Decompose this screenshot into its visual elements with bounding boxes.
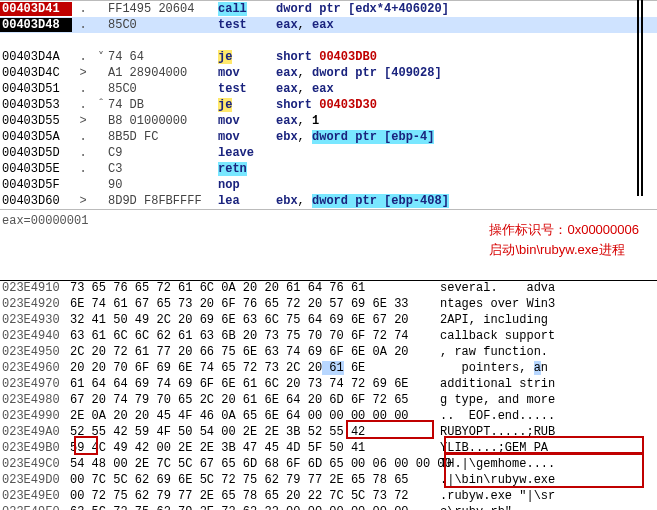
hex-ascii: c\ruby.rb"...... [440, 505, 640, 510]
jump-arrow [94, 2, 108, 16]
disasm-row[interactable]: 00403D48. 85C0testeax, eax [0, 17, 657, 33]
jump-arrow: ˅ [94, 50, 108, 65]
operands: short 00403D30 [276, 98, 377, 112]
operands: short 00403DB0 [276, 50, 377, 64]
marker: . [72, 18, 94, 32]
hex-bytes: 20 20 70 6F 69 6E 74 65 72 73 2C 20 61 6… [70, 361, 440, 377]
hex-row[interactable]: 023E496020 20 70 6F 69 6E 74 65 72 73 2C… [0, 361, 657, 377]
annotation-text: 操作标识号：0x00000006 启动\bin\rubyw.exe进程 [489, 220, 639, 260]
mnemonic: je [218, 98, 276, 112]
operands: eax, eax [276, 18, 334, 32]
hex-row[interactable]: 023E49902E 0A 20 20 45 4F 46 0A 65 6E 64… [0, 409, 657, 425]
operands: ebx, dword ptr [ebp-4] [276, 130, 434, 144]
hex-address: 023E49A0 [0, 425, 70, 441]
disasm-row[interactable]: 00403D5A. 8B5D FCmovebx, dword ptr [ebp-… [0, 129, 657, 145]
hex-bytes: 8B5D FC [108, 130, 218, 144]
hex-row[interactable]: 023E49A052 55 42 59 4F 50 54 00 2E 2E 3B… [0, 425, 657, 441]
operands: dword ptr [edx*4+406020] [276, 2, 449, 16]
marker [72, 178, 94, 192]
mnemonic: mov [218, 130, 276, 144]
hex-bytes: 61 64 64 69 74 69 6F 6E 61 6C 20 73 74 7… [70, 377, 440, 393]
hex-address: 023E4910 [0, 281, 70, 297]
disasm-row[interactable]: 00403D60> 8D9D F8FBFFFFleaebx, dword ptr… [0, 193, 657, 209]
hex-bytes: 85C0 [108, 18, 218, 32]
jump-arrow [94, 82, 108, 96]
mnemonic: test [218, 18, 276, 32]
hex-bytes: 2E 0A 20 20 45 4F 46 0A 65 6E 64 00 00 0… [70, 409, 440, 425]
mnemonic: je [218, 50, 276, 64]
jump-arrow [94, 130, 108, 144]
jump-arrow [94, 114, 108, 128]
hex-row[interactable]: 023E497061 64 64 69 74 69 6F 6E 61 6C 20… [0, 377, 657, 393]
marker: > [72, 66, 94, 80]
operands: ebx, dword ptr [ebp-408] [276, 194, 449, 208]
mnemonic: call [218, 2, 276, 16]
mnemonic: lea [218, 194, 276, 208]
address: 00403D60 [0, 194, 72, 208]
operands: eax, eax [276, 82, 334, 96]
hex-row[interactable]: 023E494063 61 6C 6C 62 61 63 6B 20 73 75… [0, 329, 657, 345]
marker: . [72, 82, 94, 96]
jump-arrow [94, 146, 108, 160]
hex-bytes: 2C 20 72 61 77 20 66 75 6E 63 74 69 6F 6… [70, 345, 440, 361]
hex-bytes: 8D9D F8FBFFFF [108, 194, 218, 208]
disasm-row[interactable]: 00403D5D. C9leave [0, 145, 657, 161]
hex-ascii: , raw function. [440, 345, 640, 361]
jump-arrow [94, 66, 108, 80]
hex-dump-pane[interactable]: 023E491073 65 76 65 72 61 6C 0A 20 20 61… [0, 280, 657, 510]
hex-bytes: 74 DB [108, 98, 218, 112]
hex-ascii: .rubyw.exe "|\sr [440, 489, 640, 505]
hex-bytes: B8 01000000 [108, 114, 218, 128]
hex-row[interactable]: 023E49206E 74 61 67 65 73 20 6F 76 65 72… [0, 297, 657, 313]
marker: > [72, 194, 94, 208]
hex-bytes: 00 72 75 62 79 77 2E 65 78 65 20 22 7C 5… [70, 489, 440, 505]
jump-arrow [94, 162, 108, 176]
disasm-row[interactable]: 00403D4C> A1 28904000moveax, dword ptr [… [0, 65, 657, 81]
hex-row[interactable]: 023E49E000 72 75 62 79 77 2E 65 78 65 20… [0, 489, 657, 505]
hex-bytes: 32 41 50 49 2C 20 69 6E 63 6C 75 64 69 6… [70, 313, 440, 329]
disasm-row[interactable]: 00403D5E. C3retn [0, 161, 657, 177]
disasm-row[interactable]: 00403D5F 90nop [0, 177, 657, 193]
marker: . [72, 162, 94, 176]
hex-address: 023E4990 [0, 409, 70, 425]
marker: . [72, 130, 94, 144]
hex-row[interactable]: 023E49B059 4C 49 42 00 2E 2E 3B 47 45 4D… [0, 441, 657, 457]
disassembly-pane[interactable]: 00403D41. FF1495 20604calldword ptr [edx… [0, 0, 657, 210]
hex-row[interactable]: 023E49502C 20 72 61 77 20 66 75 6E 63 74… [0, 345, 657, 361]
disasm-row[interactable]: 00403D51. 85C0testeax, eax [0, 81, 657, 97]
hex-bytes: 00 7C 5C 62 69 6E 5C 72 75 62 79 77 2E 6… [70, 473, 440, 489]
address: 00403D53 [0, 98, 72, 112]
disasm-row[interactable]: 00403D53.ˆ74 DBjeshort 00403D30 [0, 97, 657, 113]
address: 00403D48 [0, 18, 72, 32]
hex-row[interactable]: 023E49D000 7C 5C 62 69 6E 5C 72 75 62 79… [0, 473, 657, 489]
disasm-row[interactable]: 00403D4A.˅74 64jeshort 00403DB0 [0, 49, 657, 65]
hex-row[interactable]: 023E498067 20 74 79 70 65 2C 20 61 6E 64… [0, 393, 657, 409]
hex-bytes: 52 55 42 59 4F 50 54 00 2E 2E 3B 52 55 4… [70, 425, 440, 441]
hex-bytes: 59 4C 49 42 00 2E 2E 3B 47 45 4D 5F 50 4… [70, 441, 440, 457]
hex-ascii: pointers, an [440, 361, 640, 377]
hex-ascii: TH.|\gemhome.... [440, 457, 640, 473]
hex-bytes: 90 [108, 178, 218, 192]
hex-row[interactable]: 023E49C054 48 00 2E 7C 5C 67 65 6D 68 6F… [0, 457, 657, 473]
disasm-row[interactable]: 00403D41. FF1495 20604calldword ptr [edx… [0, 1, 657, 17]
disasm-row[interactable]: 00403D55> B8 01000000moveax, 1 [0, 113, 657, 129]
address: 00403D5D [0, 146, 72, 160]
marker [72, 34, 94, 48]
mnemonic: test [218, 82, 276, 96]
address: 00403D5E [0, 162, 72, 176]
hex-address: 023E49B0 [0, 441, 70, 457]
hex-address: 023E4970 [0, 377, 70, 393]
hex-bytes: 74 64 [108, 50, 218, 64]
address: 00403D41 [0, 2, 72, 16]
hex-row[interactable]: 023E49F063 5C 72 75 62 79 2E 72 62 22 00… [0, 505, 657, 510]
debugger-window: 00403D41. FF1495 20604calldword ptr [edx… [0, 0, 657, 510]
hex-ascii: ntages over Win3 [440, 297, 640, 313]
hex-bytes: 63 61 6C 6C 62 61 63 6B 20 73 75 70 70 6… [70, 329, 440, 345]
hex-row[interactable]: 023E491073 65 76 65 72 61 6C 0A 20 20 61… [0, 281, 657, 297]
separator [637, 0, 639, 196]
disasm-row[interactable] [0, 33, 657, 49]
mnemonic: mov [218, 66, 276, 80]
hex-bytes: 85C0 [108, 82, 218, 96]
hex-row[interactable]: 023E493032 41 50 49 2C 20 69 6E 63 6C 75… [0, 313, 657, 329]
address: 00403D5F [0, 178, 72, 192]
